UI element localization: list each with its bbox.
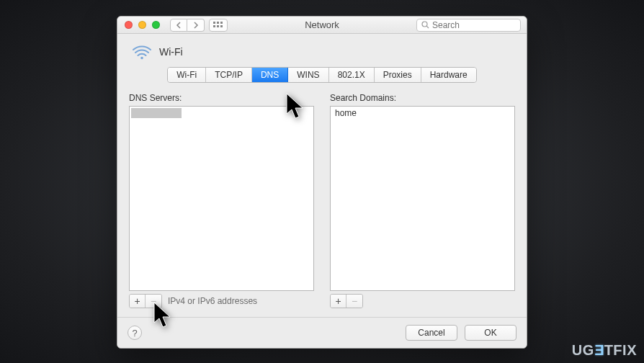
svg-line-7 <box>426 26 429 28</box>
chevron-right-icon <box>193 22 199 29</box>
interface-name: Wi-Fi <box>159 46 183 58</box>
dns-servers-list[interactable] <box>129 106 314 291</box>
svg-rect-0 <box>213 22 215 24</box>
svg-point-8 <box>140 57 143 60</box>
titlebar: Network <box>117 17 527 34</box>
watermark-right: TFIX <box>604 342 637 359</box>
domains-add-button[interactable]: + <box>331 295 346 308</box>
dns-servers-footer: + − IPv4 or IPv6 addresses <box>129 291 314 308</box>
svg-rect-5 <box>220 25 223 27</box>
watermark-left: UG <box>572 342 594 359</box>
watermark: UGETFIX <box>572 342 637 359</box>
watermark-mid: E <box>594 342 604 359</box>
nav-back-forward <box>170 19 205 32</box>
close-button[interactable] <box>125 21 133 29</box>
window-body: Wi-Fi Wi-Fi TCP/IP DNS WINS 802.1X Proxi… <box>117 34 527 317</box>
wifi-icon <box>132 44 152 60</box>
tab-tcpip[interactable]: TCP/IP <box>206 68 252 82</box>
panes: DNS Servers: + − IPv4 or IPv6 addresses … <box>129 93 515 308</box>
dns-plus-minus: + − <box>129 294 162 308</box>
svg-rect-3 <box>213 25 215 27</box>
tab-proxies[interactable]: Proxies <box>375 68 421 82</box>
window-footer: ? Cancel OK <box>117 317 527 348</box>
help-button[interactable]: ? <box>128 326 142 340</box>
dns-servers-pane: DNS Servers: + − IPv4 or IPv6 addresses <box>129 93 314 308</box>
tab-wifi[interactable]: Wi-Fi <box>168 68 206 82</box>
chevron-left-icon <box>176 22 182 29</box>
svg-point-6 <box>422 22 427 27</box>
tabs: Wi-Fi TCP/IP DNS WINS 802.1X Proxies Har… <box>167 67 476 83</box>
svg-rect-1 <box>217 22 219 24</box>
search-domains-list[interactable]: home <box>330 106 515 291</box>
search-field[interactable] <box>416 19 521 32</box>
minimize-button[interactable] <box>138 21 146 29</box>
dns-remove-button[interactable]: − <box>146 295 161 308</box>
dns-hint: IPv4 or IPv6 addresses <box>168 296 257 306</box>
domains-plus-minus: + − <box>330 294 363 308</box>
dns-server-entry[interactable] <box>131 108 182 118</box>
tab-wins[interactable]: WINS <box>288 68 328 82</box>
traffic-lights <box>117 21 160 29</box>
forward-button[interactable] <box>187 19 205 32</box>
svg-rect-2 <box>220 22 223 24</box>
search-icon <box>421 21 429 29</box>
svg-rect-4 <box>217 25 219 27</box>
network-preferences-window: Network Wi-Fi Wi-Fi TCP/IP DNS WINS 802.… <box>117 16 527 349</box>
search-input[interactable] <box>432 20 516 30</box>
tab-dns[interactable]: DNS <box>252 68 288 82</box>
search-domains-pane: Search Domains: home + − <box>330 93 515 308</box>
show-all-button[interactable] <box>209 19 228 32</box>
cancel-button[interactable]: Cancel <box>406 325 457 341</box>
domains-remove-button[interactable]: − <box>346 295 362 308</box>
search-domains-label: Search Domains: <box>330 93 515 103</box>
ok-button[interactable]: OK <box>465 325 516 341</box>
back-button[interactable] <box>170 19 187 32</box>
grid-icon <box>213 22 223 29</box>
tab-bar: Wi-Fi TCP/IP DNS WINS 802.1X Proxies Har… <box>129 67 515 83</box>
interface-header: Wi-Fi <box>129 41 515 67</box>
search-domain-entry[interactable]: home <box>331 107 514 120</box>
dns-add-button[interactable]: + <box>130 295 146 308</box>
dns-servers-label: DNS Servers: <box>129 93 314 103</box>
tab-8021x[interactable]: 802.1X <box>329 68 375 82</box>
search-domains-footer: + − <box>330 291 515 308</box>
tab-hardware[interactable]: Hardware <box>421 68 476 82</box>
zoom-button[interactable] <box>152 21 160 29</box>
